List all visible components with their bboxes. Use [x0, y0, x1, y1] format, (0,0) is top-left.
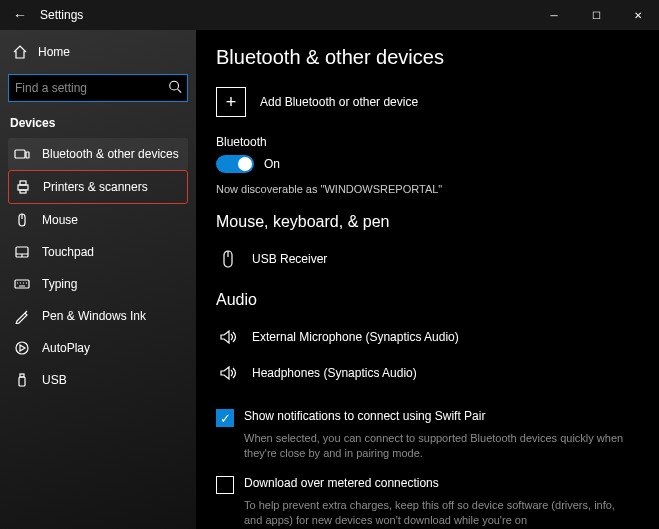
- nav-label: Printers & scanners: [43, 180, 148, 194]
- svg-point-0: [170, 81, 179, 90]
- printer-icon: [15, 179, 31, 195]
- usb-icon: [14, 372, 30, 388]
- nav-usb[interactable]: USB: [8, 364, 188, 396]
- speaker-icon: [216, 325, 240, 349]
- bluetooth-toggle[interactable]: [216, 155, 254, 173]
- metered-hint: To help prevent extra charges, keep this…: [244, 498, 624, 529]
- nav-printers[interactable]: Printers & scanners: [8, 170, 188, 204]
- discoverable-text: Now discoverable as "WINDOWSREPORTAL": [216, 183, 639, 195]
- svg-rect-3: [18, 185, 28, 190]
- svg-rect-10: [19, 377, 25, 386]
- titlebar: ← Settings ─ ☐ ✕: [0, 0, 659, 30]
- close-button[interactable]: ✕: [617, 0, 659, 30]
- touchpad-icon: [14, 244, 30, 260]
- device-label: External Microphone (Synaptics Audio): [252, 330, 459, 344]
- svg-rect-8: [15, 280, 29, 288]
- nav-label: Typing: [42, 277, 77, 291]
- category-heading: Devices: [8, 112, 188, 138]
- add-device-label: Add Bluetooth or other device: [260, 95, 418, 109]
- nav-pen[interactable]: Pen & Windows Ink: [8, 300, 188, 332]
- speaker-icon: [216, 361, 240, 385]
- mouse-icon: [14, 212, 30, 228]
- nav-touchpad[interactable]: Touchpad: [8, 236, 188, 268]
- bluetooth-state: On: [264, 157, 280, 171]
- back-button[interactable]: ←: [6, 7, 34, 23]
- svg-point-9: [16, 342, 28, 354]
- nav-typing[interactable]: Typing: [8, 268, 188, 300]
- content-pane[interactable]: Bluetooth & other devices + Add Bluetoot…: [196, 30, 659, 529]
- svg-rect-1: [15, 150, 25, 158]
- devices-icon: [14, 146, 30, 162]
- nav-label: Touchpad: [42, 245, 94, 259]
- search-icon: [168, 80, 182, 97]
- metered-checkbox[interactable]: [216, 476, 234, 494]
- device-usb-receiver[interactable]: USB Receiver: [216, 241, 639, 277]
- bluetooth-label: Bluetooth: [216, 135, 639, 149]
- metered-label: Download over metered connections: [244, 476, 439, 490]
- nav-label: Bluetooth & other devices: [42, 147, 179, 161]
- device-label: Headphones (Synaptics Audio): [252, 366, 417, 380]
- search-box[interactable]: [8, 74, 188, 102]
- svg-rect-5: [20, 190, 26, 193]
- nav-autoplay[interactable]: AutoPlay: [8, 332, 188, 364]
- home-label: Home: [38, 45, 70, 59]
- plus-icon: +: [216, 87, 246, 117]
- add-device-button[interactable]: + Add Bluetooth or other device: [216, 87, 639, 117]
- nav-label: Mouse: [42, 213, 78, 227]
- search-input[interactable]: [8, 74, 188, 102]
- svg-rect-2: [26, 152, 29, 158]
- minimize-button[interactable]: ─: [533, 0, 575, 30]
- keyboard-icon: [14, 276, 30, 292]
- autoplay-icon: [14, 340, 30, 356]
- swift-pair-label: Show notifications to connect using Swif…: [244, 409, 485, 423]
- svg-rect-4: [20, 181, 26, 185]
- section-audio-heading: Audio: [216, 291, 639, 309]
- pen-icon: [14, 308, 30, 324]
- section-mouse-heading: Mouse, keyboard, & pen: [216, 213, 639, 231]
- maximize-button[interactable]: ☐: [575, 0, 617, 30]
- sidebar: Home Devices Bluetooth & other devices P…: [0, 30, 196, 529]
- page-title: Bluetooth & other devices: [216, 46, 639, 69]
- nav-bluetooth[interactable]: Bluetooth & other devices: [8, 138, 188, 170]
- nav-label: USB: [42, 373, 67, 387]
- nav-mouse[interactable]: Mouse: [8, 204, 188, 236]
- nav-label: Pen & Windows Ink: [42, 309, 146, 323]
- swift-pair-hint: When selected, you can connect to suppor…: [244, 431, 624, 462]
- svg-rect-11: [20, 374, 24, 377]
- home-nav[interactable]: Home: [8, 38, 188, 66]
- device-headphones[interactable]: Headphones (Synaptics Audio): [216, 355, 639, 391]
- window-title: Settings: [40, 8, 533, 22]
- nav-label: AutoPlay: [42, 341, 90, 355]
- home-icon: [12, 44, 28, 60]
- mouse-device-icon: [216, 247, 240, 271]
- swift-pair-checkbox[interactable]: [216, 409, 234, 427]
- device-microphone[interactable]: External Microphone (Synaptics Audio): [216, 319, 639, 355]
- device-label: USB Receiver: [252, 252, 327, 266]
